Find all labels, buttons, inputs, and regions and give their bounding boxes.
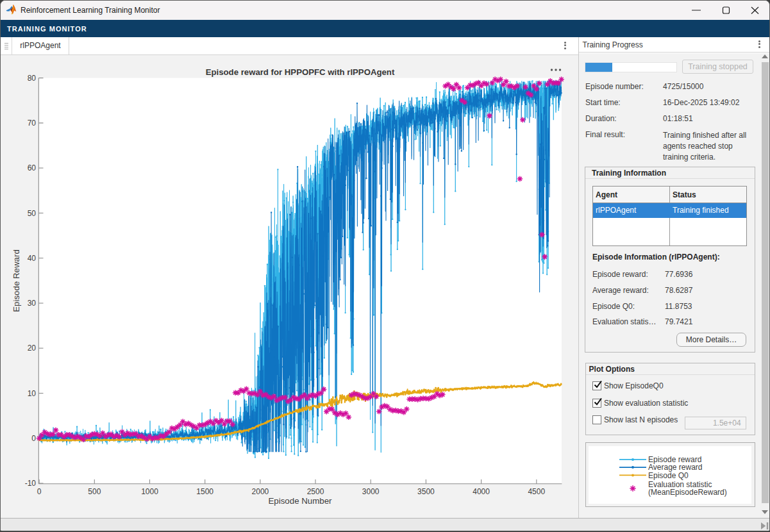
svg-text:4000: 4000 bbox=[473, 487, 490, 496]
svg-text:4500: 4500 bbox=[528, 487, 545, 496]
svg-text:3000: 3000 bbox=[362, 487, 380, 496]
svg-text:70: 70 bbox=[28, 119, 37, 128]
svg-text:40: 40 bbox=[28, 254, 37, 263]
svg-text:30: 30 bbox=[28, 299, 37, 308]
svg-text:-10: -10 bbox=[25, 479, 37, 488]
svg-text:60: 60 bbox=[28, 163, 37, 172]
svg-text:20: 20 bbox=[28, 344, 37, 353]
svg-text:0: 0 bbox=[31, 434, 36, 443]
svg-text:Episode Number: Episode Number bbox=[268, 496, 332, 506]
svg-text:3500: 3500 bbox=[417, 487, 435, 496]
svg-text:50: 50 bbox=[28, 209, 37, 218]
svg-text:10: 10 bbox=[28, 389, 37, 398]
svg-text:1000: 1000 bbox=[141, 487, 158, 496]
svg-text:(MeanEpisodeReward): (MeanEpisodeReward) bbox=[648, 488, 727, 497]
svg-text:2000: 2000 bbox=[252, 487, 269, 496]
svg-text:Episode reward for HPPOPFC wit: Episode reward for HPPOPFC with rlPPOAge… bbox=[206, 67, 395, 77]
svg-text:500: 500 bbox=[88, 487, 101, 496]
svg-text:80: 80 bbox=[28, 74, 37, 83]
svg-text:Episode Q0: Episode Q0 bbox=[648, 470, 689, 479]
svg-text:Episode Reward: Episode Reward bbox=[12, 249, 21, 312]
svg-text:2500: 2500 bbox=[307, 487, 324, 496]
svg-text:1500: 1500 bbox=[196, 487, 213, 496]
svg-text:0: 0 bbox=[37, 487, 42, 496]
